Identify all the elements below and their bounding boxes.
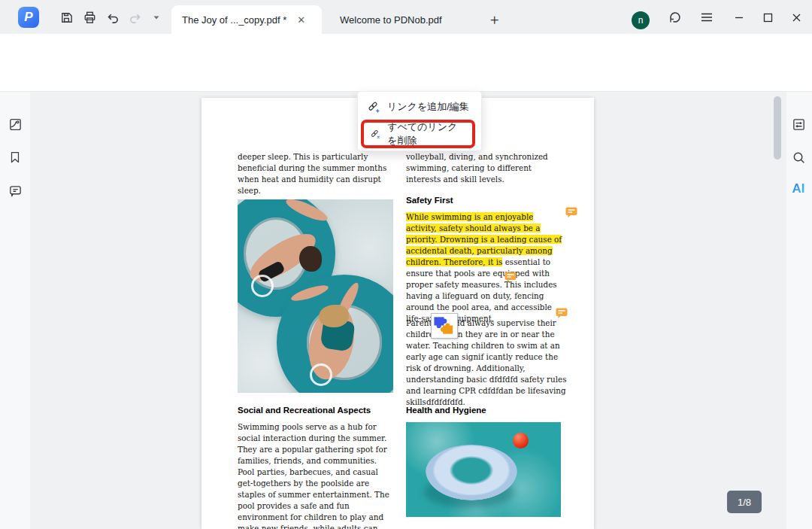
comment-note-icon[interactable]: [556, 308, 568, 319]
pdf-heading: Safety First: [406, 196, 453, 205]
redo-icon[interactable]: [128, 10, 143, 25]
link-add-icon: [367, 100, 380, 114]
properties-panel-icon[interactable]: [791, 117, 806, 132]
save-icon[interactable]: [59, 10, 74, 25]
undo-icon[interactable]: [105, 10, 120, 25]
user-avatar[interactable]: n: [632, 11, 650, 29]
puzzle-stamp-annotation[interactable]: [431, 313, 458, 339]
minimize-button[interactable]: [731, 9, 747, 26]
left-panel-rail: [0, 92, 30, 529]
link-delete-icon: [370, 127, 380, 141]
document-tab[interactable]: Welcome to PDNob.pdf: [329, 5, 480, 34]
pdf-heading: Health and Hygiene: [406, 406, 486, 415]
undo-history-caret-icon[interactable]: [149, 10, 164, 25]
bookmarks-panel-icon[interactable]: [8, 150, 23, 165]
menu-item-delete-all-links[interactable]: すべてのリンクを削除: [364, 123, 472, 145]
document-workspace: deeper sleep. This is particularly benef…: [30, 92, 786, 529]
vertical-scrollbar[interactable]: [774, 96, 781, 160]
menubar: ファイル 66.67% ホーム 注釈 編集 変換 ページ 保護 ツール 共有: [0, 34, 812, 62]
maximize-button[interactable]: [759, 9, 776, 26]
close-button[interactable]: [788, 9, 804, 26]
menu-item-add-edit-link[interactable]: リンクを追加/編集: [358, 95, 481, 119]
thumbnails-panel-icon[interactable]: [8, 117, 23, 132]
donut-float: [426, 445, 517, 500]
pdf-paragraph: Swimming pools serve as a hub for social…: [238, 421, 394, 529]
ai-assistant-icon[interactable]: AI: [791, 181, 806, 196]
app-menu-icon[interactable]: [699, 10, 714, 25]
comment-note-icon[interactable]: [504, 272, 517, 283]
tab-close-icon[interactable]: ✕: [297, 14, 305, 26]
edit-toolbar: すべて編集 テキスト追加 画像を追加 リンク ページをトリミング 透かし 背景 …: [0, 62, 812, 92]
pdf-paragraph: While swimming is an enjoyable activity,…: [406, 211, 565, 324]
pool-friends-photo: [238, 199, 393, 393]
tutorial-highlight-box: すべてのリンクを削除: [361, 120, 475, 148]
app-logo-icon: P: [18, 7, 39, 28]
menu-item-label: リンクを追加/編集: [387, 100, 469, 114]
pool-donut-photo: [406, 422, 561, 517]
document-tab-active[interactable]: The Joy of ..._copy.pdf * ✕: [171, 5, 322, 34]
comment-note-icon[interactable]: [565, 207, 577, 218]
pdf-heading: Social and Recreational Aspects: [238, 406, 371, 415]
link-dropdown-menu: リンクを追加/編集 すべてのリンクを削除: [357, 91, 482, 151]
comments-panel-icon[interactable]: [8, 183, 23, 198]
red-ball: [513, 433, 529, 448]
document-tab-label: The Joy of ..._copy.pdf *: [182, 14, 286, 26]
pdf-paragraph: volleyball, diving, and synchronized swi…: [406, 151, 565, 185]
right-panel-rail: AI: [786, 92, 812, 529]
menu-item-label: すべてのリンクを削除: [387, 120, 466, 147]
pdf-page[interactable]: deeper sleep. This is particularly benef…: [201, 98, 594, 529]
print-icon[interactable]: [82, 10, 97, 25]
search-icon[interactable]: [791, 150, 806, 165]
page-indicator: 1/8: [727, 491, 762, 513]
sync-icon[interactable]: [668, 10, 683, 25]
pdf-paragraph: deeper sleep. This is particularly benef…: [238, 151, 394, 196]
new-tab-button[interactable]: ＋: [487, 10, 501, 29]
titlebar: P The Joy of ..._copy.pdf * ✕ Welcome to…: [0, 0, 812, 34]
document-tab-label: Welcome to PDNob.pdf: [340, 14, 442, 26]
